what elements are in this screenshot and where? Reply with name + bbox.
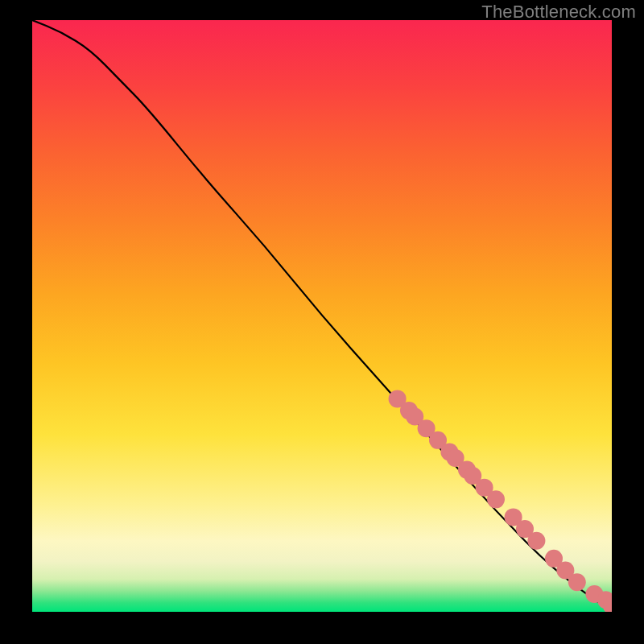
scatter-point <box>568 573 586 591</box>
plot-area <box>32 20 612 612</box>
chart-stage: TheBottleneck.com <box>0 0 644 644</box>
attribution-label: TheBottleneck.com <box>481 2 636 23</box>
scatter-point <box>487 490 505 508</box>
scatter-point <box>527 532 545 550</box>
chart-svg <box>32 20 612 612</box>
